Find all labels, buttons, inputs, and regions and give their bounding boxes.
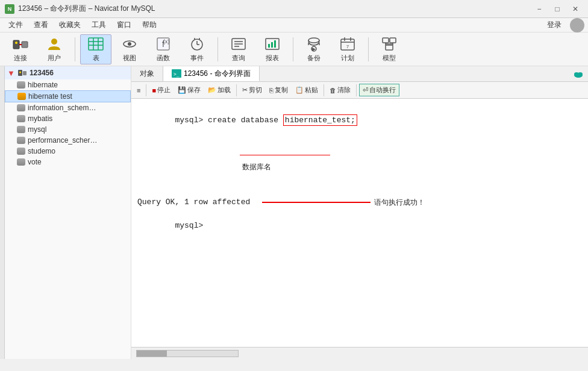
cmd-sep-4 bbox=[356, 84, 357, 96]
left-edge bbox=[0, 66, 5, 359]
user-button[interactable]: 用户 bbox=[39, 34, 70, 64]
tab-object-label: 对象 bbox=[140, 69, 154, 79]
func-label: 函数 bbox=[157, 54, 170, 63]
event-button[interactable]: 事件 bbox=[181, 34, 213, 64]
svg-rect-46 bbox=[23, 71, 27, 75]
sidebar-db-mysql[interactable]: mysql bbox=[5, 124, 131, 135]
cmd-menu-icon: ≡ bbox=[137, 87, 140, 94]
model-button[interactable]: 模型 bbox=[374, 34, 405, 64]
svg-point-51 bbox=[578, 72, 583, 76]
maximize-button[interactable]: □ bbox=[549, 2, 565, 16]
sidebar-db-mybatis[interactable]: mybatis bbox=[5, 113, 131, 124]
svg-text:(x): (x) bbox=[163, 39, 170, 45]
terminal-area[interactable]: mysql> create database hibernate_test; 数… bbox=[131, 99, 588, 347]
svg-rect-25 bbox=[268, 44, 270, 48]
annotation-dbname-text: 数据库名 bbox=[242, 163, 271, 171]
sidebar-db-performance-schema[interactable]: performance_scher… bbox=[5, 135, 131, 146]
sidebar-db-hibernate[interactable]: hibernate bbox=[5, 80, 131, 90]
sidebar-connection[interactable]: ▼ 123456 bbox=[5, 66, 131, 80]
cmd-cut-button[interactable]: ✂ 剪切 bbox=[239, 84, 265, 96]
event-label: 事件 bbox=[190, 54, 204, 63]
func-button[interactable]: f (x) 函数 bbox=[148, 34, 179, 64]
terminal-line-1: mysql> create database hibernate_test; 数… bbox=[137, 102, 582, 196]
menu-tools[interactable]: 工具 bbox=[87, 19, 111, 31]
cmd-sep-2 bbox=[236, 84, 237, 96]
connect-button[interactable]: 连接 bbox=[5, 34, 36, 64]
report-icon bbox=[264, 36, 281, 52]
separator-2 bbox=[217, 37, 218, 61]
paste-icon: 📋 bbox=[295, 86, 304, 94]
cmd-copy-button[interactable]: ⎘ 复制 bbox=[266, 84, 291, 96]
query-button[interactable]: 查询 bbox=[223, 34, 254, 64]
schedule-label: 计划 bbox=[341, 54, 354, 63]
sidebar-db-hibernate-test[interactable]: hibernate test bbox=[5, 90, 131, 102]
sidebar-db-vote[interactable]: vote bbox=[5, 157, 131, 167]
sidebar-db-information-schema[interactable]: information_schem… bbox=[5, 102, 131, 113]
report-button[interactable]: 报表 bbox=[257, 34, 288, 64]
cmd-save-button[interactable]: 💾 保存 bbox=[175, 84, 204, 96]
backup-button[interactable]: ▶ 备份 bbox=[298, 34, 330, 64]
title-bar: N 123456 – 命令列界面 – Navicat for MySQL − □… bbox=[0, 0, 588, 18]
terminal-result-text: Query OK, 1 row affected bbox=[137, 196, 250, 208]
svg-text:>_: >_ bbox=[174, 72, 180, 77]
annotation-dbname-container: 数据库名 bbox=[193, 138, 330, 185]
save-icon: 💾 bbox=[178, 86, 186, 94]
app-icon: N bbox=[5, 4, 14, 14]
close-button[interactable]: ✕ bbox=[568, 2, 583, 16]
terminal-cmd-1: create database bbox=[208, 116, 283, 125]
menu-favorites[interactable]: 收藏夹 bbox=[54, 19, 86, 31]
content-area: 对象 >_ 123456 - 命令列界面 ≡ bbox=[131, 66, 588, 359]
cmd-paste-button[interactable]: 📋 粘贴 bbox=[292, 84, 321, 96]
cut-icon: ✂ bbox=[242, 86, 248, 94]
table-button[interactable]: 表 bbox=[80, 34, 111, 64]
cmd-auto-newline-button[interactable]: ⏎ 自动换行 bbox=[359, 84, 399, 96]
db-icon-information-schema bbox=[17, 104, 25, 111]
db-icon-vote bbox=[17, 158, 25, 166]
tab-bar: 对象 >_ 123456 - 命令列界面 bbox=[131, 66, 588, 82]
tab-object[interactable]: 对象 bbox=[131, 66, 163, 81]
toolbar: 连接 用户 表 bbox=[0, 33, 588, 66]
menu-view[interactable]: 查看 bbox=[29, 19, 53, 31]
query-icon bbox=[230, 36, 247, 52]
cmd-menu-button[interactable]: ≡ bbox=[134, 86, 143, 95]
backup-icon: ▶ bbox=[305, 36, 322, 52]
cmd-sep-1 bbox=[146, 84, 146, 96]
connect-label: 连接 bbox=[14, 54, 27, 63]
db-name-studemo: studemo bbox=[28, 147, 55, 155]
cmd-load-button[interactable]: 📂 加载 bbox=[205, 84, 234, 96]
db-name-hibernate-test: hibernate test bbox=[28, 92, 72, 101]
tab-cmd[interactable]: >_ 123456 - 命令列界面 bbox=[163, 66, 260, 81]
menu-file[interactable]: 文件 bbox=[4, 19, 28, 31]
auto-newline-label: 自动换行 bbox=[369, 86, 396, 95]
query-label: 查询 bbox=[232, 54, 245, 63]
svg-rect-39 bbox=[390, 38, 396, 43]
sidebar-db-studemo[interactable]: studemo bbox=[5, 146, 131, 157]
db-icon-mysql bbox=[17, 126, 25, 133]
terminal-dbname-highlight: hibernate_test; bbox=[283, 114, 357, 126]
cmd-clear-button[interactable]: 🗑 清除 bbox=[327, 84, 354, 96]
connect-icon bbox=[12, 36, 29, 52]
svg-point-11 bbox=[128, 42, 131, 46]
copy-label: 复制 bbox=[275, 86, 288, 95]
menu-window[interactable]: 窗口 bbox=[112, 19, 136, 31]
annotation-success-text: 语句执行成功！ bbox=[374, 197, 425, 208]
minimize-button[interactable]: − bbox=[531, 2, 547, 16]
table-icon bbox=[87, 36, 104, 52]
schedule-button[interactable]: 7 计划 bbox=[332, 34, 363, 64]
db-connection-icon bbox=[17, 68, 27, 78]
paste-label: 粘贴 bbox=[305, 86, 318, 95]
login-label[interactable]: 登录 bbox=[542, 19, 566, 31]
view-button[interactable]: 视图 bbox=[114, 34, 145, 64]
svg-point-1 bbox=[15, 42, 17, 44]
status-bar bbox=[131, 347, 588, 359]
menu-help[interactable]: 帮助 bbox=[137, 19, 161, 31]
user-icon bbox=[46, 36, 63, 52]
horizontal-scrollbar[interactable] bbox=[136, 350, 239, 357]
cmd-stop-button[interactable]: ■ 停止 bbox=[149, 84, 174, 96]
report-label: 报表 bbox=[266, 54, 279, 63]
svg-text:7: 7 bbox=[346, 44, 349, 49]
menu-bar: 文件 查看 收藏夹 工具 窗口 帮助 登录 bbox=[0, 18, 588, 33]
model-label: 模型 bbox=[383, 54, 396, 63]
load-label: 加载 bbox=[217, 86, 231, 95]
user-avatar bbox=[570, 18, 584, 33]
